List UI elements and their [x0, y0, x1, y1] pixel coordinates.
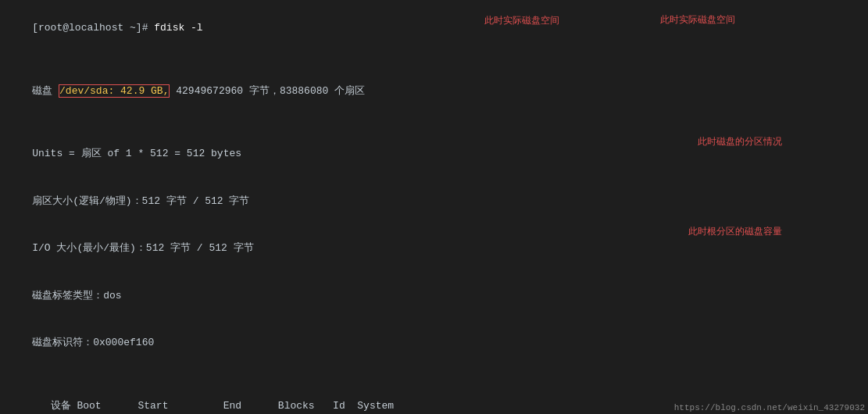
- io-size1: I/O 大小(最小/最佳)：512 字节 / 512 字节: [32, 242, 253, 254]
- disk1-path: /dev/sda: 42.9 GB,: [59, 84, 170, 98]
- prompt: [root@localhost ~]#: [32, 22, 154, 34]
- command: fdisk -l: [154, 22, 202, 34]
- blank-line-2: [8, 366, 860, 382]
- annotation-1: 此时实际磁盘空间: [484, 14, 559, 29]
- sector-size1-line: 扇区大小(逻辑/物理)：512 字节 / 512 字节: [8, 178, 860, 225]
- part-header: 设备 Boot Start End Blocks Id System: [32, 400, 394, 412]
- disk-identifier: 磁盘标识符：0x000ef160: [32, 337, 154, 348]
- annotation-parts: 此时磁盘的分区情况: [698, 135, 782, 148]
- units1: Units = 扇区 of 1 * 512 = 512 bytes: [32, 148, 241, 159]
- terminal: [root@localhost ~]# fdisk -l 磁盘 /dev/sda…: [0, 0, 868, 414]
- disk-label-type: 磁盘标签类型：dos: [32, 290, 121, 302]
- disk-identifier-line: 磁盘标识符：0x000ef160: [8, 319, 860, 366]
- disk1-line: 磁盘 /dev/sda: 42.9 GB, 42949672960 字节，838…: [8, 68, 860, 131]
- url-bar: https://blog.csdn.net/weixin_43279032: [674, 403, 865, 412]
- sector-size1: 扇区大小(逻辑/物理)：512 字节 / 512 字节: [32, 195, 249, 207]
- disk1-label: 磁盘: [32, 85, 59, 97]
- annotation-root: 此时根分区的磁盘容量: [688, 225, 782, 238]
- disk1-rest: 42949672960 字节，83886080 个扇区: [170, 85, 365, 97]
- blank-line-1: [8, 52, 860, 67]
- disk-label-type-line: 磁盘标签类型：dos: [8, 272, 860, 319]
- command-line: [root@localhost ~]# fdisk -l: [8, 5, 860, 52]
- annotation-disk1: 此时实际磁盘空间: [660, 13, 735, 27]
